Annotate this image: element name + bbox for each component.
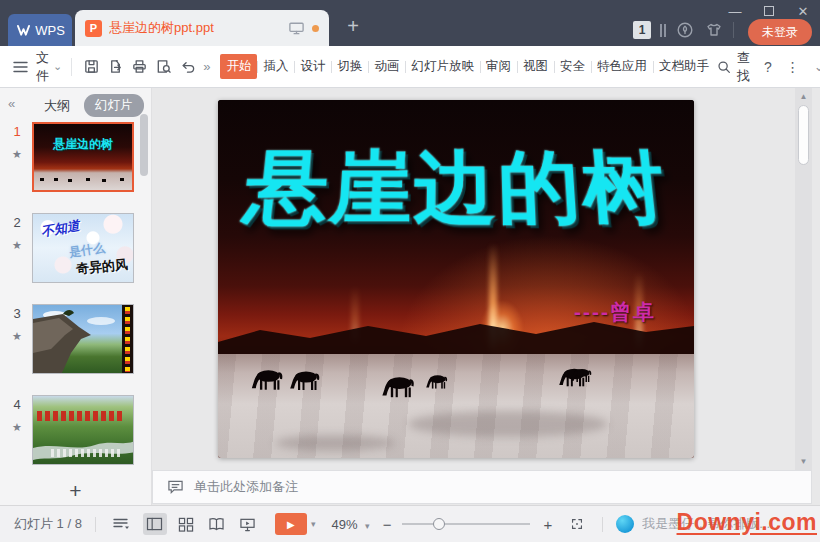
tab-outline[interactable]: 大纲	[44, 97, 70, 115]
slideshow-view-button[interactable]	[236, 513, 260, 535]
zoom-level[interactable]: 49% ▾	[331, 517, 369, 532]
assistant-avatar	[616, 515, 634, 533]
notes-bar[interactable]: 单击此处添加备注	[152, 470, 812, 504]
help-icon[interactable]: ?	[764, 59, 772, 75]
tab-slides[interactable]: 幻灯片	[84, 94, 144, 117]
notes-toggle-icon[interactable]	[109, 513, 133, 535]
close-button[interactable]: ✕	[794, 2, 812, 20]
scroll-up-icon[interactable]: ▲	[795, 92, 812, 101]
tab-slideshow[interactable]: 幻灯片放映	[405, 54, 480, 79]
thumb4-white-text-band	[51, 449, 121, 457]
present-monitor-icon[interactable]	[287, 19, 305, 37]
scrollbar-thumb[interactable]	[798, 105, 809, 165]
document-tab[interactable]: P 悬崖边的树ppt.ppt	[75, 10, 329, 46]
transition-star-icon: ★	[12, 239, 22, 252]
zoom-caret-icon: ▾	[365, 521, 370, 531]
slide-sorter-button[interactable]	[174, 513, 198, 535]
main-menu-icon[interactable]	[8, 55, 32, 79]
print-preview-icon[interactable]	[151, 55, 175, 79]
add-slide-button[interactable]: +	[0, 477, 151, 505]
slide-thumbnail-3[interactable]: 3 ★	[0, 304, 151, 376]
horses-silhouettes	[218, 354, 694, 440]
fit-to-window-icon[interactable]	[565, 513, 589, 535]
find-button[interactable]: 查找	[715, 49, 750, 85]
login-button[interactable]: 未登录	[748, 19, 812, 45]
document-title: 悬崖边的树ppt.ppt	[109, 19, 280, 37]
slide-panel: « 大纲 幻灯片 1 ★ 悬崖边的树 2 ★ 不知道	[0, 88, 152, 505]
wps-presentation-window: WPS P 悬崖边的树ppt.ppt + — ✕ 1 未登录	[0, 0, 820, 542]
maximize-icon	[764, 6, 774, 16]
thumb4-red-text-band	[37, 411, 124, 421]
ribbon-separator	[71, 58, 72, 76]
thumb2-text-1: 不知道	[40, 217, 82, 241]
window-count-badge[interactable]: 1	[633, 21, 651, 39]
slide-thumbnail-1[interactable]: 1 ★ 悬崖边的树	[0, 122, 151, 194]
thumbnail-image[interactable]: 不知道 是什么 奇异的风	[32, 213, 134, 283]
play-options-caret-icon[interactable]: ▾	[311, 519, 316, 529]
file-menu-button[interactable]: 文件 ⌄	[36, 49, 62, 85]
normal-view-button[interactable]	[143, 513, 167, 535]
window-stack-icon	[660, 24, 666, 37]
vertical-scrollbar[interactable]: ▲ ▼	[795, 88, 812, 470]
wps-home-button[interactable]: WPS	[8, 14, 72, 46]
thumb1-horses	[40, 178, 44, 181]
thumb3-vertical-text-band	[122, 305, 133, 373]
undo-icon[interactable]	[175, 55, 199, 79]
find-label: 查找	[737, 49, 750, 85]
ribbon-bar: 文件 ⌄ » 开始 插入 设计 切换 动画 幻灯片放映 审阅 视图 安	[0, 46, 820, 88]
tab-special-apps[interactable]: 特色应用	[591, 54, 653, 79]
tab-home[interactable]: 开始	[220, 54, 257, 79]
more-quick-actions-icon[interactable]: »	[203, 59, 210, 74]
tab-doc-assistant[interactable]: 文档助手	[653, 54, 715, 79]
zoom-slider[interactable]	[402, 517, 530, 531]
search-icon	[715, 58, 733, 76]
scroll-down-icon[interactable]: ▼	[795, 457, 812, 466]
skin-theme-icon[interactable]	[704, 20, 724, 40]
tab-design[interactable]: 设计	[294, 54, 331, 79]
slide-number: 2	[13, 215, 20, 230]
chevron-down-icon: ⌄	[53, 60, 62, 73]
tab-transition[interactable]: 切换	[331, 54, 368, 79]
new-tab-button[interactable]: +	[340, 13, 366, 39]
slide-canvas[interactable]: 悬崖边的树 ----曾卓	[218, 100, 694, 458]
more-options-icon[interactable]: ⋮	[786, 59, 800, 75]
zoom-in-button[interactable]: +	[543, 516, 552, 533]
thumb2-text-3: 奇异的风	[75, 256, 128, 278]
print-icon[interactable]	[127, 55, 151, 79]
tab-review[interactable]: 审阅	[480, 54, 517, 79]
slide-title-text[interactable]: 悬崖边的树	[218, 148, 694, 227]
play-slideshow-button[interactable]: ▶	[275, 513, 307, 535]
slide-editor-area: 悬崖边的树 ----曾卓 ▲ ▼	[152, 88, 820, 470]
collapse-ribbon-icon[interactable]: ⌄	[814, 59, 820, 74]
slide-counter: 幻灯片 1 / 8	[14, 515, 82, 533]
tab-animation[interactable]: 动画	[368, 54, 405, 79]
thumbnail-image[interactable]	[32, 395, 134, 465]
thumbnail-image[interactable]	[32, 304, 134, 374]
export-icon[interactable]	[103, 55, 127, 79]
titlebar: WPS P 悬崖边的树ppt.ppt + — ✕ 1 未登录	[0, 0, 820, 46]
slide-number: 4	[13, 397, 20, 412]
transition-star-icon: ★	[12, 330, 22, 343]
minimize-button[interactable]: —	[726, 2, 744, 20]
zoom-out-button[interactable]: −	[383, 516, 392, 533]
ppt-file-icon: P	[85, 20, 102, 37]
tab-security[interactable]: 安全	[554, 54, 591, 79]
promo-icon[interactable]	[675, 20, 695, 40]
notes-icon	[167, 479, 184, 495]
tab-view[interactable]: 视图	[517, 54, 554, 79]
reading-view-button[interactable]	[205, 513, 229, 535]
panel-scrollbar-thumb[interactable]	[140, 114, 148, 176]
slide-author-text[interactable]: ----曾卓	[574, 298, 656, 326]
zoom-slider-handle[interactable]	[433, 518, 445, 530]
maximize-button[interactable]	[760, 2, 778, 20]
tab-insert[interactable]: 插入	[257, 54, 294, 79]
status-bar: 幻灯片 1 / 8 ▶ ▾ 49% ▾ − +	[0, 505, 820, 542]
site-watermark: Downyi.com	[677, 509, 817, 536]
collapse-panel-icon[interactable]: «	[8, 96, 15, 111]
unsaved-dot-icon	[312, 25, 319, 32]
thumbnail-image[interactable]: 悬崖边的树	[32, 122, 134, 192]
transition-star-icon: ★	[12, 148, 22, 161]
slide-thumbnail-4[interactable]: 4 ★	[0, 395, 151, 467]
slide-thumbnail-2[interactable]: 2 ★ 不知道 是什么 奇异的风	[0, 213, 151, 285]
save-icon[interactable]	[79, 55, 103, 79]
